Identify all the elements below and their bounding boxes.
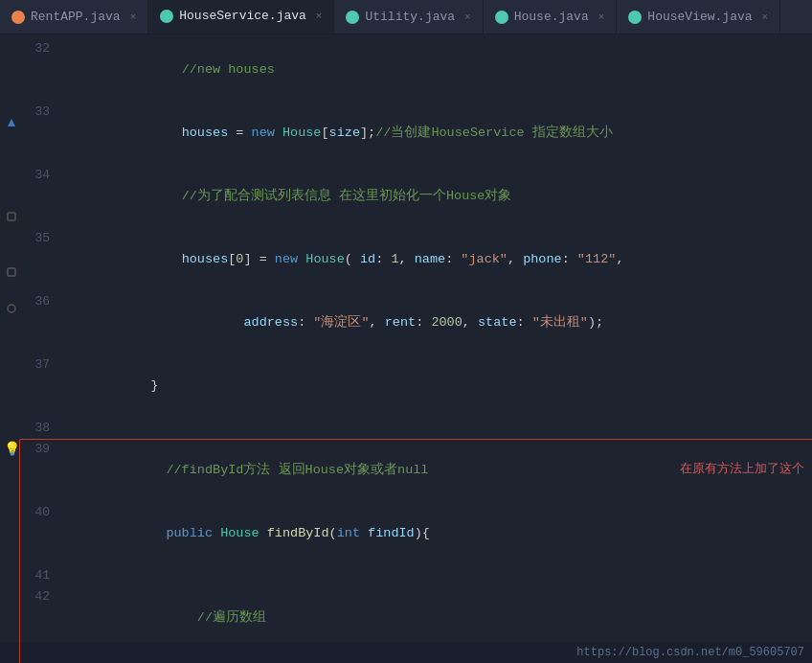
line-num-34: 34 [23,165,57,228]
tab-close-houseview[interactable]: × [762,11,769,23]
line-code-37: } [57,354,812,418]
tab-icon-houseservice [160,10,173,23]
line-row-40: 40 public House findById(int findId){ [23,502,812,565]
tab-close-utility[interactable]: × [464,11,471,23]
svg-point-3 [8,305,15,312]
gutter-icon-1 [4,115,19,130]
svg-rect-2 [8,268,15,276]
tab-label-houseservice: HouseService.java [179,9,306,23]
line-row-42: 42 //遍历数组 [23,586,812,650]
line-code-42: //遍历数组 [57,586,812,650]
tab-bar: RentAPP.java × HouseService.java × Utili… [0,0,812,34]
tab-houseservice[interactable]: HouseService.java × [148,0,334,34]
gutter-icon-2 [4,209,19,224]
svg-rect-1 [8,213,15,220]
tab-rentapp[interactable]: RentAPP.java × [0,0,148,34]
line-code-35: houses[0] = new House( id: 1, name: "jac… [57,228,812,291]
tab-close-houseservice[interactable]: × [316,11,323,22]
line-row-38: 38 [23,418,812,439]
line-num-37: 37 [23,354,57,418]
tab-close-house[interactable]: × [598,11,605,23]
tab-label-houseview: HouseView.java [647,10,752,24]
bulb-icon: 💡 [4,441,20,457]
line-row-34: 34 //为了配合测试列表信息 在这里初始化一个House对象 [23,165,812,228]
tab-icon-house [495,11,508,24]
line-code-33: houses = new House[size];//当创建HouseServi… [57,102,812,165]
line-num-32: 32 [23,38,57,102]
annotation-label: 在原有方法上加了这个 [680,460,804,477]
line-code-34: //为了配合测试列表信息 在这里初始化一个House对象 [57,165,812,228]
line-row-35: 35 houses[0] = new House( id: 1, name: "… [23,228,812,291]
gutter-icon-3 [4,264,19,280]
gutter-icons [0,34,23,663]
tab-label-rentapp: RentAPP.java [31,10,121,24]
line-num-33: 33 [23,102,57,165]
bottom-bar: https://blog.csdn.net/m0_59605707 [0,642,812,663]
tab-house[interactable]: House.java × [484,0,618,34]
tab-icon-utility [346,11,359,24]
line-num-36: 36 [23,291,57,354]
bottom-url: https://blog.csdn.net/m0_59605707 [576,646,804,659]
line-code-40: public House findById(int findId){ [57,502,812,565]
tab-utility[interactable]: Utility.java × [334,0,483,34]
line-row-33: 33 houses = new House[size];//当创建HouseSe… [23,102,812,165]
bulb-row: 💡 39 //findById方法 返回House对象或者null 40 pub… [23,439,812,663]
line-num-35: 35 [23,228,57,291]
line-row-32: 32 //new houses [23,38,812,102]
code-area[interactable]: 32 //new houses 33 houses = new House[si… [23,34,812,663]
tab-houseview[interactable]: HouseView.java × [617,0,780,34]
line-code-32: //new houses [57,38,812,102]
line-code-36: address: "海淀区", rent: 2000, state: "未出租"… [57,291,812,354]
line-row-41: 41 [23,565,812,586]
line-num-40: 40 [23,502,57,565]
line-code-38 [57,418,812,439]
line-num-38: 38 [23,418,57,439]
editor-area: 32 //new houses 33 houses = new House[si… [0,34,812,663]
tab-label-utility: Utility.java [365,10,455,24]
tab-label-house: House.java [514,10,589,24]
line-row-37: 37 } [23,354,812,418]
tab-close-rentapp[interactable]: × [130,11,137,23]
tab-icon-houseview [628,11,642,24]
line-num-42: 42 [23,586,57,650]
line-code-41 [57,565,812,586]
gutter-icon-4 [4,301,19,316]
line-row-36: 36 address: "海淀区", rent: 2000, state: "未… [23,291,812,354]
line-num-39: 39 [23,439,57,502]
svg-marker-0 [8,119,15,126]
line-num-41: 41 [23,565,57,586]
tab-icon-rentapp [11,11,25,24]
